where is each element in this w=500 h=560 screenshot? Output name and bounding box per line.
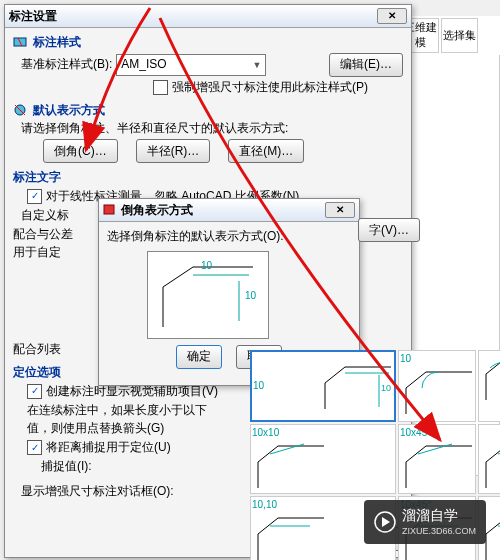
snap-label: 将距离捕捉用于定位(U) (46, 439, 171, 456)
dialog-title: 标注设置 (9, 8, 57, 25)
chamfer-cell-1-1[interactable]: 10x45° (398, 424, 476, 494)
svg-text:10: 10 (381, 383, 391, 393)
section-default: 默认表示方式 (13, 102, 403, 119)
titlebar: 标注设置 ✕ (5, 5, 411, 28)
base-style-label: 基准标注样式(B): (21, 56, 112, 73)
base-style-select[interactable]: AM_ISO▼ (116, 54, 266, 76)
sub-ok-button[interactable]: 确定 (176, 345, 222, 369)
chamfer-cell-0-0[interactable]: 1010 (250, 350, 396, 422)
chamfer-cell-0-1[interactable]: 10 (398, 350, 476, 422)
chamfer-cell-0-2[interactable] (478, 350, 500, 422)
tab-select[interactable]: 选择集 (441, 18, 478, 53)
chevron-down-icon: ▼ (252, 59, 261, 72)
sub-titlebar: 倒角表示方式 ✕ (99, 199, 359, 222)
force-style-checkbox[interactable] (153, 80, 168, 95)
chamfer-cell-1-0[interactable]: 10x10 (250, 424, 396, 494)
app-icon (103, 204, 117, 216)
section-text: 标注文字 (13, 169, 403, 186)
sub-prompt: 选择倒角标注的默认表示方式(O): (107, 228, 351, 245)
suffix-button[interactable]: 字(V)… (358, 218, 420, 242)
chamfer-button[interactable]: 倒角(C)… (43, 139, 118, 163)
close-icon[interactable]: ✕ (377, 8, 407, 24)
svg-rect-2 (104, 205, 114, 214)
chamfer-preview: 10 10 (147, 251, 269, 339)
create-visual-checkbox[interactable]: ✓ (27, 384, 42, 399)
chamfer-cell-1-2[interactable]: C10 (478, 424, 500, 494)
edit-button[interactable]: 编辑(E)… (329, 53, 403, 77)
default-prompt: 请选择倒角标注、半径和直径尺寸的默认表示方式: (21, 120, 403, 137)
sub-close-icon[interactable]: ✕ (325, 202, 355, 218)
linear-checkbox[interactable]: ✓ (27, 189, 42, 204)
section-style: 标注样式 (13, 34, 403, 51)
play-icon (374, 511, 396, 533)
force-style-label: 强制增强尺寸标注使用此标注样式(P) (172, 79, 368, 96)
svg-text:10: 10 (201, 260, 213, 271)
svg-text:10: 10 (245, 290, 257, 301)
snap-checkbox[interactable]: ✓ (27, 440, 42, 455)
diameter-button[interactable]: 直径(M)… (228, 139, 304, 163)
watermark: 溜溜自学 ZIXUE.3D66.COM (364, 500, 486, 544)
radius-button[interactable]: 半径(R)… (136, 139, 211, 163)
sub-title: 倒角表示方式 (121, 202, 193, 219)
